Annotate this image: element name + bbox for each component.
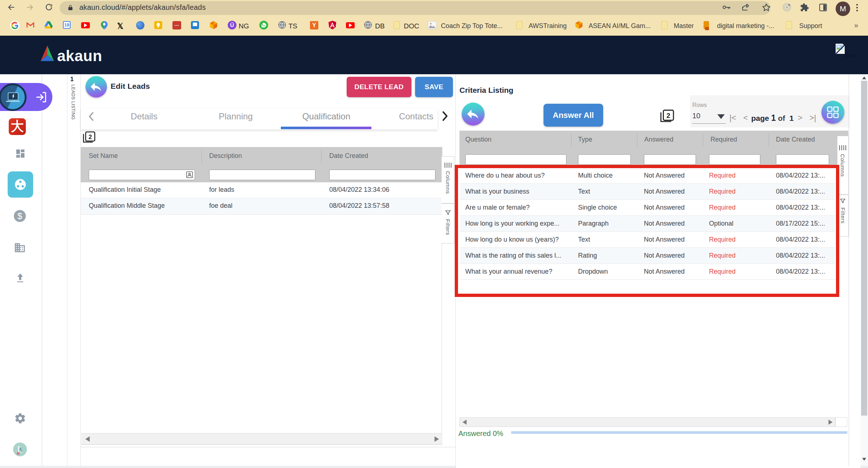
svg-text:2: 2 (666, 112, 670, 119)
svg-text:2: 2 (88, 134, 92, 140)
